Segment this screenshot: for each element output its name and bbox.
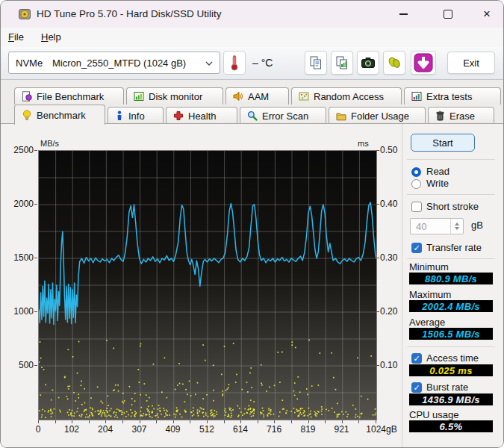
magnifier-icon [247,111,258,121]
tab-aam[interactable]: AAM [225,87,289,105]
tab-health[interactable]: Health [166,107,237,124]
tab-extra-tests[interactable]: Extra tests [404,87,501,105]
maximum-label: Maximum [409,289,451,300]
stepper-buttons[interactable] [450,219,463,234]
y-left-tick-label: 2500 [5,145,34,155]
separator [407,194,495,195]
short-stroke-size-stepper[interactable]: 40 [410,218,464,234]
maximize-button[interactable] [435,5,461,23]
tab-label: Extra tests [426,91,472,102]
y-axis-right-unit: ms [358,139,369,148]
tab-strip: File Benchmark Disk monitor AAM Random A… [1,80,503,124]
tab-label: Folder Usage [351,111,409,122]
tab-disk-monitor[interactable]: Disk monitor [126,87,223,105]
x-tick-mark [89,420,90,423]
y-left-tick-mark [34,365,37,366]
tab-benchmark[interactable]: Benchmark [14,105,105,125]
temperature-value: – [252,57,258,69]
x-tick-mark [207,420,208,423]
x-tick-mark [122,420,123,423]
start-button[interactable]: Start [411,134,475,152]
copy-text-button[interactable] [305,51,327,75]
y-right-tick-mark [376,204,379,205]
x-tick-mark [358,420,359,423]
tab-label: Info [128,111,145,122]
options-button[interactable] [383,51,405,75]
tab-label: File Benchmark [37,91,104,102]
file-benchmark-icon [22,91,32,102]
tab-info[interactable]: Info [108,107,164,124]
y-right-tick-mark [376,150,379,151]
tab-label: Error Scan [262,111,308,122]
temperature-display: – °C [252,57,273,69]
copy-text-to-clipboard-icon [308,55,323,70]
y-left-tick-mark [34,311,37,312]
x-tick-mark [224,420,225,423]
close-button[interactable]: × [474,5,500,23]
x-tick-mark [190,420,190,423]
read-radio[interactable] [411,167,421,177]
chevron-down-icon [205,61,213,66]
benchmark-pane: MB/s ms 25002000150010005000.500.400.300… [1,124,504,448]
tab-error-scan[interactable]: Error Scan [240,107,326,124]
write-radio[interactable] [411,179,421,189]
menu-help[interactable]: Help [41,31,61,43]
x-tick-mark [342,420,343,423]
separator [407,346,495,347]
extra-tests-icon [411,91,422,102]
burst-rate-value: 1436.9 MB/s [409,393,493,405]
burst-rate-label: Burst rate [426,382,468,393]
burst-rate-checkbox[interactable]: ✓ [411,382,422,393]
y-axis-left-unit: MB/s [40,139,59,148]
toolbar: NVMe Micron_2550_MTFD (1024 gB) – °C Exi… [1,47,503,80]
check-updates-button[interactable] [411,51,436,75]
titlebar: HD Tune Pro 5.70 - Hard Disk/SSD Utility… [1,1,503,28]
tab-file-benchmark[interactable]: File Benchmark [14,87,124,105]
maximum-value: 2002.4 MB/s [409,300,493,312]
drive-selector-dropdown[interactable]: NVMe Micron_2550_MTFD (1024 gB) [8,52,220,74]
menu-file[interactable]: File [8,31,24,43]
tab-erase[interactable]: Erase [428,107,494,124]
benchmark-plot-svg [39,151,376,420]
copy-screenshot-to-clipboard-icon [335,55,349,70]
separator [407,258,495,259]
transfer-rate-checkbox[interactable]: ✓ [411,243,422,253]
temperature-unit: °C [261,57,273,69]
minimize-icon [399,13,408,15]
disk-monitor-icon [134,91,144,102]
y-right-tick-mark [376,365,379,366]
purple-download-arrow-icon [414,53,433,72]
short-stroke-label: Short stroke [426,201,479,212]
short-stroke-checkbox[interactable] [411,202,422,212]
average-label: Average [409,317,445,328]
tab-label: Benchmark [37,110,86,121]
info-icon [115,111,124,121]
temperature-button[interactable] [223,51,246,75]
maximize-icon [444,10,452,19]
exit-button[interactable]: Exit [447,52,495,74]
minimize-button[interactable] [391,5,416,23]
tab-label: Health [188,111,217,122]
health-cross-icon [173,111,184,121]
tab-folder-usage[interactable]: Folder Usage [329,107,426,124]
y-left-tick-label: 2000 [5,199,34,209]
gold-options-icon [387,55,402,70]
benchmark-bulb-icon [22,110,32,121]
separator [407,159,495,160]
stepper-up-icon[interactable] [455,223,459,225]
access-time-checkbox[interactable]: ✓ [411,353,422,364]
copy-screenshot-button[interactable] [331,51,353,75]
x-tick-mark [72,420,72,423]
trash-icon [435,111,445,121]
tab-random-access[interactable]: Random Access [291,87,402,105]
access-time-label: Access time [426,352,479,364]
stepper-down-icon[interactable] [455,227,459,230]
save-screenshot-button[interactable] [357,51,379,75]
speaker-icon [233,91,243,102]
short-stroke-size-value: 40 [416,221,426,232]
benchmark-plot [38,150,377,420]
x-tick-mark [105,420,106,423]
app-window: HD Tune Pro 5.70 - Hard Disk/SSD Utility… [0,0,504,448]
drive-model: Micron_2550_MTFD (1024 gB) [52,57,186,69]
tab-label: Random Access [314,91,384,102]
